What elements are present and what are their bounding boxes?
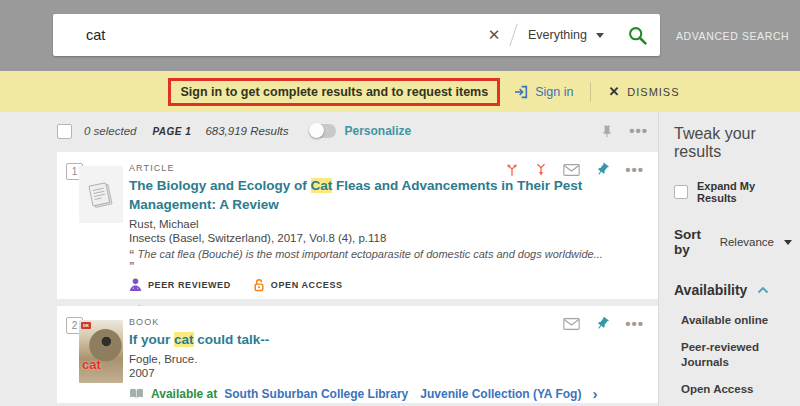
record-source: Insects (Basel, Switzerland), 2017, Vol.… xyxy=(129,232,646,244)
expand-results-checkbox[interactable] xyxy=(674,185,688,199)
record-author-link[interactable]: Fogle, Bruce. xyxy=(129,353,646,365)
select-all-checkbox[interactable] xyxy=(57,124,72,139)
facets-sidebar: Tweak your results Expand My Results Sor… xyxy=(658,112,800,406)
expand-results-label: Expand My Results xyxy=(697,180,792,204)
banner-divider xyxy=(590,82,591,102)
search-term-highlight: Cat xyxy=(311,178,333,193)
results-toolbar: 0 selected PAGE 1 683,919 Results Person… xyxy=(57,119,648,143)
search-input[interactable] xyxy=(53,14,479,56)
sidebar-title: Tweak your results xyxy=(674,125,792,161)
open-access-icon xyxy=(253,278,265,292)
result-card-1[interactable]: 1 ••• xyxy=(57,152,658,299)
expand-results-checkbox-row[interactable]: Expand My Results xyxy=(674,180,792,204)
facet-peer-reviewed[interactable]: Peer-reviewed Journals xyxy=(681,340,792,369)
holding-collection-link[interactable]: Juvenile Collection (YA Fog) xyxy=(420,387,581,401)
signin-icon xyxy=(513,84,529,100)
clear-search-icon[interactable]: ✕ xyxy=(479,26,509,44)
search-button[interactable] xyxy=(614,14,660,56)
sort-by-value: Relevance xyxy=(720,236,774,248)
article-pages-icon xyxy=(86,178,116,212)
result-card-2[interactable]: 2 DK cat ••• BOOK If your cat could talk… xyxy=(57,306,658,403)
open-quote-icon: “ xyxy=(129,248,138,260)
facet-open-access[interactable]: Open Access xyxy=(681,382,792,396)
search-box: ✕ Everything xyxy=(53,14,660,56)
record-title-link[interactable]: The Biology and Ecology of Cat Fleas and… xyxy=(129,177,591,215)
record-author-link[interactable]: Rust, Michael xyxy=(129,218,646,230)
save-query-pin-button[interactable] xyxy=(600,124,614,139)
personalize-toggle[interactable] xyxy=(309,124,336,138)
open-access-badge: OPEN ACCESS xyxy=(253,278,343,292)
record-year: 2007 xyxy=(129,367,646,379)
publisher-logo: DK xyxy=(81,322,91,329)
dismiss-label: DISMISS xyxy=(627,86,679,98)
record-snippet: “ The cat flea (Bouché) is the most impo… xyxy=(129,248,609,272)
scope-divider xyxy=(509,23,517,46)
search-term-highlight: cat xyxy=(174,332,194,347)
peer-reviewed-badge: PEER REVIEWED xyxy=(129,278,231,291)
resource-type-label: BOOK xyxy=(129,317,646,327)
chevron-up-icon xyxy=(757,286,769,294)
chevron-right-icon[interactable]: › xyxy=(592,389,597,399)
sort-by-label: Sort by xyxy=(674,227,711,257)
record-title-link[interactable]: If your cat could talk-- xyxy=(129,331,591,350)
sort-by-dropdown[interactable]: Sort by Relevance xyxy=(674,227,792,257)
signin-link[interactable]: Sign in xyxy=(513,84,573,100)
advanced-search-link[interactable]: ADVANCED SEARCH xyxy=(676,30,789,42)
search-icon xyxy=(627,25,648,46)
facet-availability-header[interactable]: Availability xyxy=(674,282,792,298)
library-search-page: ✕ Everything ADVANCED SEARCH Sign in to … xyxy=(0,0,800,406)
cover-title-text: cat xyxy=(82,358,101,371)
scope-dropdown-label: Everything xyxy=(528,28,587,42)
resource-type-label: ARTICLE xyxy=(129,163,646,173)
toggle-knob xyxy=(309,123,324,138)
personalize-label[interactable]: Personalize xyxy=(345,124,412,138)
results-count: 683,919 Results xyxy=(205,125,288,137)
search-header: ✕ Everything ADVANCED SEARCH xyxy=(0,0,800,71)
facet-available-online[interactable]: Available online xyxy=(681,313,792,327)
signin-banner: Sign in to get complete results and to r… xyxy=(0,71,800,112)
dismiss-x-icon: ✕ xyxy=(608,84,620,99)
dismiss-button[interactable]: ✕ DISMISS xyxy=(608,84,679,99)
holding-library-link[interactable]: South Suburban College Library xyxy=(224,387,408,401)
page-indicator: PAGE 1 xyxy=(152,126,191,137)
book-cover-thumbnail: DK cat xyxy=(79,320,123,383)
signin-link-label: Sign in xyxy=(535,85,573,99)
signin-banner-message: Sign in to get complete results and to r… xyxy=(168,78,500,106)
scope-dropdown[interactable]: Everything xyxy=(518,28,614,42)
pin-icon xyxy=(600,124,614,139)
close-quote-icon: ” xyxy=(129,260,135,272)
more-actions-icon[interactable]: ••• xyxy=(629,126,648,136)
book-icon xyxy=(129,388,144,399)
selected-count: 0 selected xyxy=(84,125,136,137)
peer-reviewed-icon xyxy=(129,278,142,291)
chevron-down-icon xyxy=(596,33,604,38)
chevron-down-icon xyxy=(784,240,792,245)
available-at-link[interactable]: Available at xyxy=(151,387,217,401)
article-thumbnail xyxy=(79,166,123,223)
